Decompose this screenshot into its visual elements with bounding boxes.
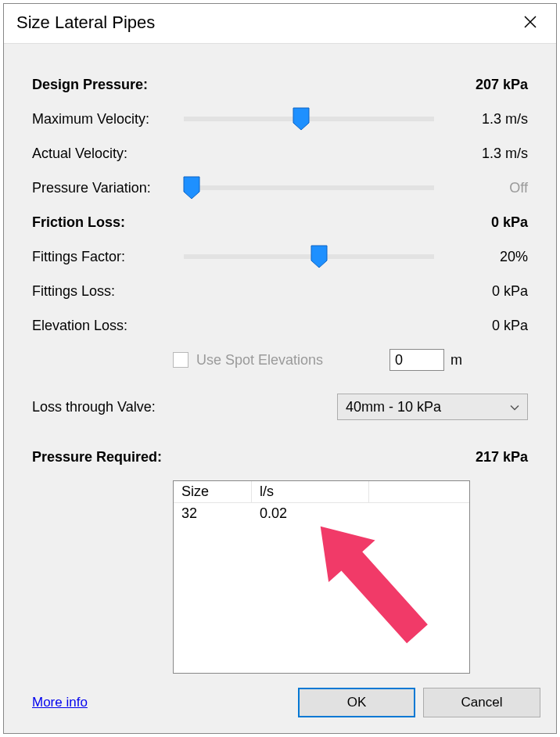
slider-thumb[interactable]	[311, 245, 328, 268]
row-fittings-loss: Fittings Loss: 0 kPa	[32, 274, 528, 308]
select-loss-through-valve[interactable]: 40mm - 10 kPa	[337, 394, 528, 420]
size-table: Size l/s 32 0.02	[173, 480, 470, 674]
td-size: 32	[174, 503, 252, 524]
button-row: More info OK Cancel	[4, 674, 556, 733]
row-spot-elevations: Use Spot Elevations m	[32, 343, 528, 377]
td-flow: 0.02	[252, 503, 369, 524]
row-elevation-loss: Elevation Loss: 0 kPa	[32, 308, 528, 343]
value-design-pressure: 207 kPa	[450, 77, 528, 93]
value-pressure-variation: Off	[450, 180, 528, 196]
label-elevation-loss: Elevation Loss:	[32, 318, 173, 334]
label-pressure-required: Pressure Required:	[32, 449, 204, 466]
unit-spot-elevation: m	[451, 352, 462, 368]
dialog-size-lateral-pipes: Size Lateral Pipes Design Pressure: 207 …	[3, 3, 557, 734]
row-actual-velocity: Actual Velocity: 1.3 m/s	[32, 136, 528, 171]
chevron-down-icon	[510, 399, 519, 415]
slider-pressure-variation[interactable]	[184, 178, 434, 197]
label-fittings-factor: Fittings Factor:	[32, 249, 173, 265]
label-pressure-variation: Pressure Variation:	[32, 180, 173, 196]
row-pressure-variation: Pressure Variation: Off	[32, 171, 528, 205]
titlebar: Size Lateral Pipes	[4, 4, 556, 44]
row-friction-loss: Friction Loss: 0 kPa	[32, 205, 528, 239]
slider-max-velocity[interactable]	[184, 110, 434, 128]
close-button[interactable]	[515, 10, 545, 35]
label-design-pressure: Design Pressure:	[32, 77, 173, 93]
dialog-title: Size Lateral Pipes	[16, 13, 155, 33]
row-loss-through-valve: Loss through Valve: 40mm - 10 kPa	[32, 390, 528, 424]
value-max-velocity: 1.3 m/s	[450, 111, 528, 128]
table-header: Size l/s	[174, 481, 469, 503]
value-elevation-loss: 0 kPa	[450, 318, 528, 334]
cancel-button[interactable]: Cancel	[423, 688, 540, 717]
input-spot-elevation[interactable]	[389, 349, 444, 371]
value-actual-velocity: 1.3 m/s	[450, 146, 528, 162]
link-more-info[interactable]: More info	[32, 695, 88, 710]
value-fittings-factor: 20%	[450, 249, 528, 265]
select-value: 40mm - 10 kPa	[346, 399, 441, 415]
row-pressure-required: Pressure Required: 217 kPa	[32, 440, 528, 474]
dialog-content: Design Pressure: 207 kPa Maximum Velocit…	[4, 44, 556, 674]
row-fittings-factor: Fittings Factor: 20%	[32, 239, 528, 274]
table-row[interactable]: 32 0.02	[174, 503, 469, 524]
th-size[interactable]: Size	[174, 481, 252, 502]
slider-fittings-factor[interactable]	[184, 247, 434, 266]
value-pressure-required: 217 kPa	[450, 449, 528, 466]
th-flow[interactable]: l/s	[252, 481, 369, 502]
label-friction-loss: Friction Loss:	[32, 214, 173, 231]
close-icon	[523, 15, 537, 29]
label-actual-velocity: Actual Velocity:	[32, 146, 173, 162]
checkbox-spot-elevations[interactable]	[173, 352, 188, 368]
slider-thumb[interactable]	[183, 176, 200, 200]
slider-thumb[interactable]	[293, 107, 310, 131]
label-fittings-loss: Fittings Loss:	[32, 283, 173, 300]
value-friction-loss: 0 kPa	[450, 214, 528, 231]
row-design-pressure: Design Pressure: 207 kPa	[32, 67, 528, 102]
value-fittings-loss: 0 kPa	[450, 283, 528, 300]
ok-button[interactable]: OK	[298, 688, 415, 717]
label-max-velocity: Maximum Velocity:	[32, 111, 173, 128]
label-spot-elevations[interactable]: Use Spot Elevations	[196, 352, 323, 368]
row-max-velocity: Maximum Velocity: 1.3 m/s	[32, 102, 528, 136]
label-loss-through-valve: Loss through Valve:	[32, 399, 188, 415]
